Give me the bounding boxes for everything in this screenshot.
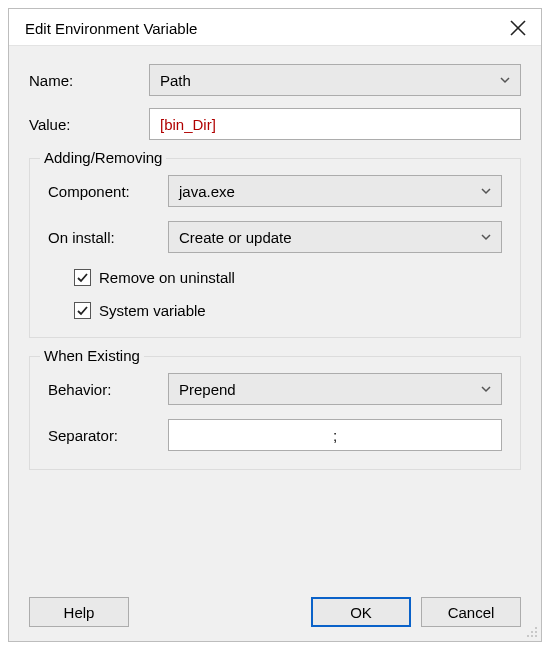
separator-label: Separator:: [48, 427, 160, 444]
system-variable-checkbox[interactable]: [74, 302, 91, 319]
svg-point-3: [531, 631, 533, 633]
svg-point-4: [535, 631, 537, 633]
svg-point-5: [527, 635, 529, 637]
separator-input-text: ;: [333, 427, 337, 444]
behavior-select-value: Prepend: [179, 381, 236, 398]
behavior-row: Behavior: Prepend: [48, 373, 502, 405]
ok-button[interactable]: OK: [311, 597, 411, 627]
name-select-value: Path: [160, 72, 191, 89]
ok-button-label: OK: [350, 604, 372, 621]
chevron-down-icon: [479, 184, 493, 198]
svg-point-7: [535, 635, 537, 637]
component-label: Component:: [48, 183, 160, 200]
remove-on-uninstall-checkbox[interactable]: [74, 269, 91, 286]
on-install-select-value: Create or update: [179, 229, 292, 246]
dialog-edit-environment-variable: Edit Environment Variable Name: Path Val…: [8, 8, 542, 642]
name-row: Name: Path: [29, 64, 521, 96]
system-variable-row: System variable: [48, 302, 502, 319]
name-select[interactable]: Path: [149, 64, 521, 96]
component-row: Component: java.exe: [48, 175, 502, 207]
separator-row: Separator: ;: [48, 419, 502, 451]
component-select[interactable]: java.exe: [168, 175, 502, 207]
help-button[interactable]: Help: [29, 597, 129, 627]
on-install-select[interactable]: Create or update: [168, 221, 502, 253]
group-legend-add-remove: Adding/Removing: [40, 149, 166, 166]
on-install-label: On install:: [48, 229, 160, 246]
close-icon[interactable]: [509, 19, 527, 37]
remove-on-uninstall-label: Remove on uninstall: [99, 269, 235, 286]
value-input-text: [bin_Dir]: [160, 116, 216, 133]
behavior-label: Behavior:: [48, 381, 160, 398]
dialog-title: Edit Environment Variable: [25, 20, 197, 37]
titlebar: Edit Environment Variable: [9, 9, 541, 45]
dialog-body: Name: Path Value: [bin_Dir] Adding/Remov…: [9, 45, 541, 641]
cancel-button-label: Cancel: [448, 604, 495, 621]
value-row: Value: [bin_Dir]: [29, 108, 521, 140]
svg-point-2: [535, 627, 537, 629]
group-when-existing: When Existing Behavior: Prepend Separato…: [29, 356, 521, 470]
chevron-down-icon: [498, 73, 512, 87]
separator-input[interactable]: ;: [168, 419, 502, 451]
value-label: Value:: [29, 116, 141, 133]
cancel-button[interactable]: Cancel: [421, 597, 521, 627]
remove-on-uninstall-row: Remove on uninstall: [48, 269, 502, 286]
chevron-down-icon: [479, 382, 493, 396]
system-variable-label: System variable: [99, 302, 206, 319]
group-adding-removing: Adding/Removing Component: java.exe On i…: [29, 158, 521, 338]
resize-grip-icon[interactable]: [524, 624, 538, 638]
help-button-label: Help: [64, 604, 95, 621]
component-select-value: java.exe: [179, 183, 235, 200]
name-label: Name:: [29, 72, 141, 89]
value-input[interactable]: [bin_Dir]: [149, 108, 521, 140]
chevron-down-icon: [479, 230, 493, 244]
button-row: Help OK Cancel: [29, 591, 521, 627]
on-install-row: On install: Create or update: [48, 221, 502, 253]
behavior-select[interactable]: Prepend: [168, 373, 502, 405]
svg-point-6: [531, 635, 533, 637]
group-legend-when-existing: When Existing: [40, 347, 144, 364]
